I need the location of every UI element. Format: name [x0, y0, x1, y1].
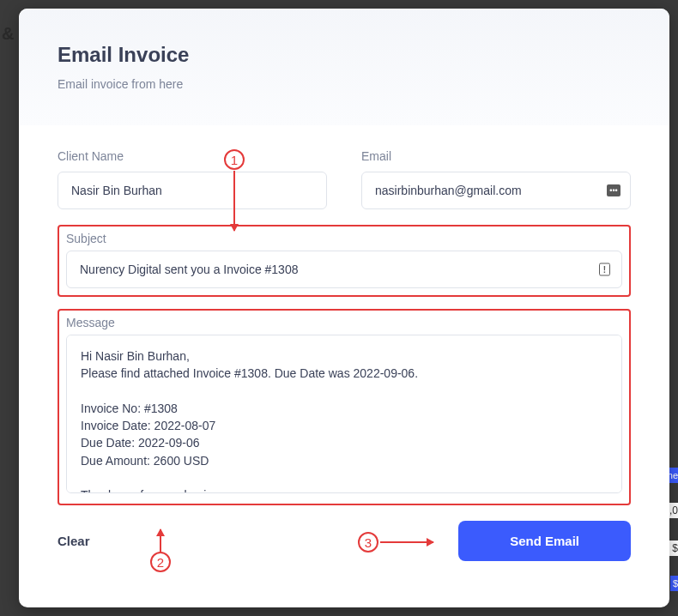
- background-fragment: $: [670, 576, 678, 591]
- email-field-wrapper: Email •••: [361, 149, 631, 209]
- subject-contact-icon[interactable]: !: [599, 263, 610, 276]
- annotation-arrow-3: [380, 541, 433, 543]
- message-textarea[interactable]: [66, 335, 622, 493]
- annotation-marker-3: 3: [358, 532, 378, 553]
- email-suggestion-icon[interactable]: •••: [607, 184, 620, 196]
- modal-subtitle: Email invoice from here: [58, 77, 631, 91]
- actions-row: Clear Send Email: [58, 521, 631, 561]
- client-name-field-wrapper: Client Name: [58, 149, 327, 209]
- client-name-label: Client Name: [58, 149, 327, 163]
- background-fragment: $: [669, 541, 678, 556]
- subject-highlight: Subject !: [58, 225, 631, 297]
- send-email-button[interactable]: Send Email: [458, 521, 631, 561]
- modal-body: Client Name Email ••• Subject ! Message: [19, 125, 669, 587]
- modal-title: Email Invoice: [58, 43, 631, 67]
- subject-label: Subject: [66, 232, 622, 245]
- annotation-arrow-2: [160, 529, 161, 553]
- background-text: &: [2, 24, 14, 44]
- email-input[interactable]: [361, 172, 631, 209]
- annotation-marker-2: 2: [150, 552, 171, 572]
- email-label: Email: [361, 149, 631, 163]
- subject-input[interactable]: [66, 251, 622, 288]
- annotation-marker-1: 1: [224, 149, 245, 170]
- clear-button[interactable]: Clear: [58, 534, 90, 548]
- annotation-arrow-1: [233, 171, 235, 231]
- client-name-input[interactable]: [58, 172, 327, 209]
- email-invoice-modal: Email Invoice Email invoice from here Cl…: [19, 9, 669, 607]
- message-label: Message: [66, 316, 622, 329]
- message-highlight: Message: [58, 309, 631, 505]
- modal-header: Email Invoice Email invoice from here: [19, 9, 669, 125]
